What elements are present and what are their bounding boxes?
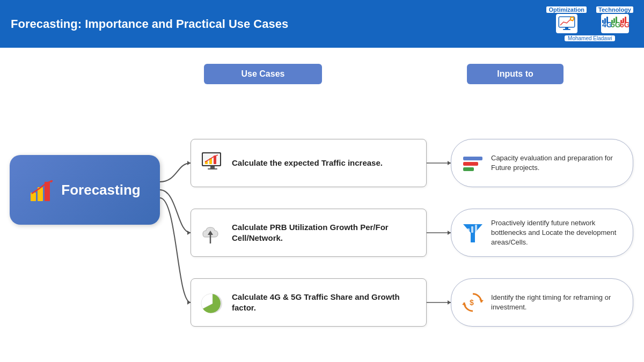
usecase-box-2: Calculate PRB Utilization Growth Per/For… — [191, 209, 427, 257]
svg-rect-40 — [463, 162, 478, 166]
main-content: Use Cases Inputs to — [0, 48, 644, 362]
svg-rect-43 — [467, 228, 470, 233]
use-cases-header: Use Cases — [204, 64, 322, 84]
input-box-3: $ Identify the right timing for reframin… — [451, 278, 633, 327]
opt-label: Optimization — [546, 6, 587, 13]
input-3-text: Identify the right timing for reframing … — [491, 293, 623, 312]
usecase-box-1: Calculate the expected Traffic increase. — [191, 139, 427, 187]
svg-rect-44 — [471, 226, 473, 233]
svg-rect-34 — [210, 166, 215, 168]
inputs-header: Inputs to — [467, 64, 564, 84]
page-header: Forecasting: Importance and Practical Us… — [0, 0, 644, 48]
input-box-1: Capacity evaluation and preparation for … — [451, 139, 633, 187]
central-node: Forecasting — [10, 155, 160, 225]
cloud-upload-icon — [200, 220, 225, 246]
svg-point-5 — [571, 18, 573, 20]
usecase-box-3: Calculate 4G & 5G Traffic Share and Grow… — [191, 278, 427, 327]
investment-icon: $ — [461, 291, 485, 314]
svg-rect-18 — [625, 17, 626, 23]
tech-icon: 4G 5G 6G — [601, 14, 629, 33]
usecase-2-text: Calculate PRB Utilization Growth Per/For… — [232, 222, 418, 244]
svg-rect-25 — [31, 193, 36, 201]
svg-rect-12 — [606, 17, 608, 23]
bar-chart-icon — [29, 176, 56, 203]
svg-rect-2 — [565, 27, 568, 29]
pie-chart-icon — [200, 290, 225, 315]
svg-rect-17 — [623, 18, 624, 23]
usecase-1-text: Calculate the expected Traffic increase. — [232, 158, 383, 168]
logos-row: Optimization — [546, 6, 633, 33]
logo-area: Optimization — [546, 6, 633, 41]
svg-rect-39 — [463, 157, 482, 160]
optimization-logo: Optimization — [546, 6, 587, 33]
svg-rect-3 — [563, 29, 570, 30]
capacity-icon — [461, 151, 485, 175]
svg-rect-16 — [620, 20, 622, 23]
usecase-3-text: Calculate 4G & 5G Traffic Share and Grow… — [232, 292, 418, 314]
svg-rect-14 — [613, 18, 615, 23]
opt-icon — [556, 14, 577, 33]
input-1-text: Capacity evaluation and preparation for … — [491, 153, 623, 173]
input-box-2: Proactively identify future network bott… — [451, 209, 633, 257]
svg-rect-11 — [604, 18, 606, 23]
tech-label: Technology — [596, 6, 633, 13]
svg-rect-45 — [475, 225, 477, 233]
svg-rect-35 — [208, 168, 217, 169]
traffic-chart-icon — [200, 150, 225, 176]
svg-text:$: $ — [470, 298, 474, 307]
svg-rect-15 — [616, 17, 617, 23]
input-2-text: Proactively identify future network bott… — [491, 218, 623, 248]
author-label: Mohamed Eladawi — [565, 35, 615, 41]
central-node-label: Forecasting — [61, 182, 140, 198]
funnel-icon — [461, 221, 485, 245]
technology-logo: Technology 4G 5G 6G — [596, 6, 633, 33]
page-title: Forecasting: Importance and Practical Us… — [11, 17, 288, 31]
svg-rect-13 — [611, 20, 613, 23]
svg-rect-10 — [602, 20, 604, 23]
svg-rect-41 — [463, 167, 474, 171]
